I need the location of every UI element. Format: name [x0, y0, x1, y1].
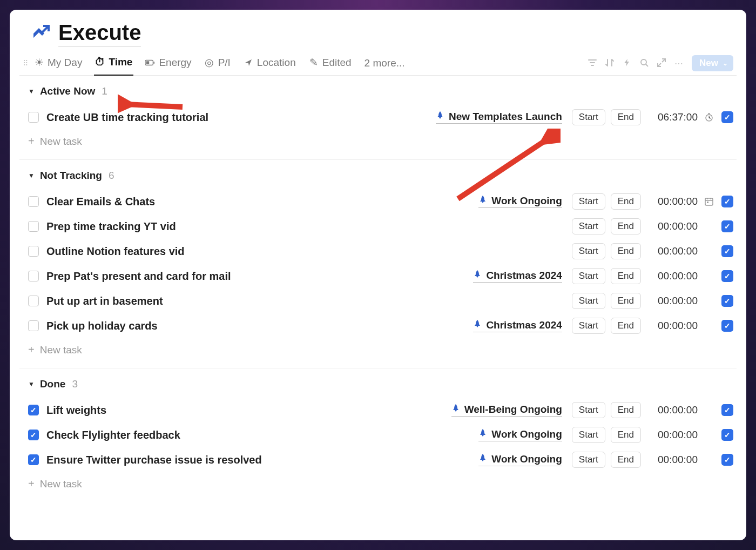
rocket-icon	[478, 454, 487, 465]
task-checkbox[interactable]	[28, 320, 39, 331]
task-title: Ensure Twitter purchase issue is resolve…	[46, 454, 478, 466]
plus-icon: +	[28, 478, 35, 490]
end-button[interactable]: End	[611, 109, 641, 125]
task-checkbox[interactable]	[28, 271, 39, 281]
row-complete-checkbox[interactable]	[721, 454, 733, 466]
end-button[interactable]: End	[611, 193, 641, 210]
rocket-icon	[473, 320, 482, 331]
task-tag[interactable]: Christmas 2024	[473, 319, 562, 332]
row-complete-checkbox[interactable]	[721, 404, 733, 416]
group-header[interactable]: ▼Done3	[28, 378, 733, 398]
svg-rect-5	[705, 198, 713, 205]
start-button[interactable]: Start	[572, 318, 605, 334]
tab-pi[interactable]: ◎ P/I	[204, 51, 232, 75]
end-button[interactable]: End	[611, 402, 641, 418]
start-button[interactable]: Start	[572, 427, 605, 443]
end-button[interactable]: End	[611, 268, 641, 284]
start-button[interactable]: Start	[572, 193, 605, 210]
filter-icon[interactable]	[588, 58, 598, 68]
task-tag[interactable]: Work Ongoing	[478, 195, 562, 208]
row-complete-checkbox[interactable]	[721, 295, 733, 307]
row-complete-checkbox[interactable]	[721, 196, 733, 207]
tab-label: Location	[257, 57, 296, 69]
task-row[interactable]: Outline Notion features vidStartEnd00:00…	[28, 239, 733, 264]
new-task-button[interactable]: +New task	[28, 130, 733, 159]
task-row[interactable]: Prep Pat's present and card for mailChri…	[28, 264, 733, 289]
end-button[interactable]: End	[611, 452, 641, 468]
task-checkbox[interactable]	[28, 405, 39, 415]
stopwatch-icon: ⏱	[95, 57, 105, 67]
sort-icon[interactable]	[605, 58, 615, 68]
task-tag[interactable]: Work Ongoing	[478, 453, 562, 466]
task-row[interactable]: Create UB time tracking tutorialNew Temp…	[28, 105, 733, 130]
group-count: 6	[109, 170, 114, 182]
time-value: 00:00:00	[646, 245, 698, 257]
start-button[interactable]: Start	[572, 452, 605, 468]
task-checkbox[interactable]	[28, 430, 39, 440]
row-complete-checkbox[interactable]	[721, 320, 733, 332]
row-complete-checkbox[interactable]	[721, 270, 733, 282]
task-checkbox[interactable]	[28, 296, 39, 306]
start-button[interactable]: Start	[572, 109, 605, 125]
new-button[interactable]: New ⌄	[692, 55, 733, 71]
end-button[interactable]: End	[611, 427, 641, 443]
task-checkbox[interactable]	[28, 112, 39, 123]
new-button-label: New	[699, 58, 718, 69]
task-row[interactable]: Pick up holiday cardsChristmas 2024Start…	[28, 313, 733, 338]
task-tag[interactable]: Work Ongoing	[478, 428, 562, 441]
expand-icon[interactable]	[657, 58, 667, 68]
end-button[interactable]: End	[611, 293, 641, 309]
more-icon[interactable]: ⋯	[674, 58, 684, 68]
start-button[interactable]: Start	[572, 243, 605, 259]
group: ▼Not Tracking6Clear Emails & ChatsWork O…	[19, 160, 737, 368]
tab-energy[interactable]: Energy	[144, 51, 192, 75]
task-checkbox[interactable]	[28, 221, 39, 232]
task-row[interactable]: Put up art in basementStartEnd00:00:00	[28, 289, 733, 313]
end-button[interactable]: End	[611, 318, 641, 334]
time-value: 00:00:00	[646, 220, 698, 232]
tab-my-day[interactable]: ☀ My Day	[33, 51, 83, 75]
task-tag[interactable]: Well-Being Ongoing	[451, 404, 562, 417]
row-trailing-icon	[703, 197, 715, 206]
row-complete-checkbox[interactable]	[721, 111, 733, 123]
row-complete-checkbox[interactable]	[721, 429, 733, 441]
tag-label: Work Ongoing	[491, 428, 562, 440]
start-button[interactable]: Start	[572, 218, 605, 234]
new-task-button[interactable]: +New task	[28, 338, 733, 368]
drag-handle-icon[interactable]: ⠿	[23, 59, 30, 67]
search-icon[interactable]	[640, 58, 650, 68]
task-tag[interactable]: Christmas 2024	[473, 270, 562, 283]
tab-edited[interactable]: ✎ Edited	[308, 51, 353, 75]
end-button[interactable]: End	[611, 243, 641, 259]
time-value: 00:00:00	[646, 196, 698, 207]
page-title[interactable]: Execute	[58, 21, 141, 46]
task-row[interactable]: Lift weightsWell-Being OngoingStartEnd00…	[28, 398, 733, 422]
tab-location[interactable]: Location	[242, 51, 297, 75]
end-button[interactable]: End	[611, 218, 641, 234]
task-row[interactable]: Check Flylighter feedbackWork OngoingSta…	[28, 422, 733, 447]
task-row[interactable]: Clear Emails & ChatsWork OngoingStartEnd…	[28, 189, 733, 214]
task-checkbox[interactable]	[28, 454, 39, 465]
start-button[interactable]: Start	[572, 293, 605, 309]
task-checkbox[interactable]	[28, 246, 39, 257]
tabs-more[interactable]: 2 more...	[363, 52, 406, 75]
new-task-label: New task	[40, 344, 82, 356]
plus-icon: +	[28, 135, 35, 147]
task-title: Pick up holiday cards	[46, 320, 473, 332]
start-button[interactable]: Start	[572, 268, 605, 284]
row-complete-checkbox[interactable]	[721, 220, 733, 232]
task-row[interactable]: Ensure Twitter purchase issue is resolve…	[28, 447, 733, 472]
task-row[interactable]: Prep time tracking YT vidStartEnd00:00:0…	[28, 214, 733, 239]
group-header[interactable]: ▼Active Now1	[28, 85, 733, 105]
task-checkbox[interactable]	[28, 196, 39, 207]
bolt-icon[interactable]	[623, 58, 632, 68]
groups-container: ▼Active Now1Create UB time tracking tuto…	[19, 76, 737, 502]
tab-time[interactable]: ⏱ Time	[94, 51, 133, 76]
start-button[interactable]: Start	[572, 402, 605, 418]
new-task-button[interactable]: +New task	[28, 472, 733, 502]
row-complete-checkbox[interactable]	[721, 245, 733, 257]
plus-icon: +	[28, 344, 35, 356]
group-header[interactable]: ▼Not Tracking6	[28, 170, 733, 189]
task-tag[interactable]: New Templates Launch	[436, 111, 562, 124]
chevron-down-icon: ⌄	[723, 59, 728, 67]
